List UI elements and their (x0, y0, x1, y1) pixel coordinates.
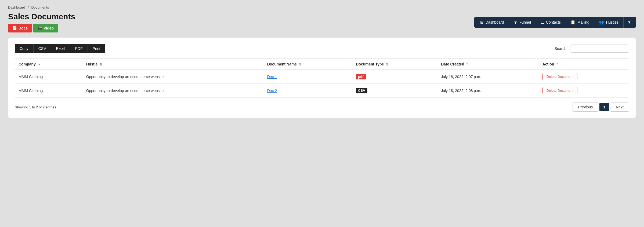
top-nav: ⊞ Dashboard ▼ Funnel ☰ Contacts 📋 Mailin… (474, 17, 636, 28)
col-document-type: Document Type ⇅ (352, 59, 437, 70)
docs-button[interactable]: 📄 Docs (8, 24, 32, 32)
col-action: Action ⇅ (539, 59, 629, 70)
page-wrapper: Dashboard / Documents Sales Documents 📄 … (0, 0, 644, 124)
cell-company-2: MMM Clothing (15, 84, 82, 98)
breadcrumb-separator: / (28, 5, 29, 9)
toolbar-row: Copy CSV Excel PDF Print Search: (15, 44, 629, 53)
funnel-icon: ▼ (513, 20, 518, 25)
doc-type-buttons: 📄 Docs 🎬 Video (8, 24, 75, 32)
breadcrumb: Dashboard / Documents (8, 5, 636, 9)
cell-docname-2: Doc 2 (263, 84, 352, 98)
nav-item-hustles[interactable]: 👥 Hustles (594, 17, 623, 28)
col-document-name: Document Name ⇅ (263, 59, 352, 70)
cell-hustle-1: Opportunity to develop an ecommerce webs… (82, 70, 263, 84)
dashboard-icon: ⊞ (480, 20, 484, 25)
pdf-button[interactable]: PDF (70, 44, 88, 53)
copy-button[interactable]: Copy (15, 44, 34, 53)
search-input[interactable] (570, 45, 629, 53)
nav-item-mailing[interactable]: 📋 Mailing (566, 17, 594, 28)
cell-hustle-2: Opportunity to develop an ecommerce webs… (82, 84, 263, 98)
next-button[interactable]: Next (610, 102, 629, 112)
documents-table: Company ▼ Hustle ⇅ Document Name ⇅ Docum… (15, 58, 629, 98)
footer-row: Showing 1 to 2 of 2 entries Previous 1 N… (15, 102, 629, 112)
cell-doctype-2: CSV (352, 84, 437, 98)
nav-label-funnel: Funnel (519, 20, 531, 24)
csv-button[interactable]: CSV (34, 44, 51, 53)
action-sort-icon[interactable]: ⇅ (556, 63, 559, 66)
docname-sort-icon[interactable]: ⇅ (299, 63, 301, 66)
doc-link-2[interactable]: Doc 2 (267, 89, 277, 93)
search-label: Search: (555, 46, 567, 51)
hustles-icon: 👥 (599, 20, 604, 25)
toolbar-buttons: Copy CSV Excel PDF Print (15, 44, 105, 53)
cell-doctype-1: pdf (352, 70, 437, 84)
search-row: Search: (555, 45, 629, 53)
company-sort-icon[interactable]: ▼ (38, 63, 41, 66)
csv-badge-2: CSV (356, 88, 367, 93)
nav-item-dashboard[interactable]: ⊞ Dashboard (475, 17, 509, 28)
nav-label-mailing: Mailing (577, 20, 589, 24)
cell-action-1: Delete Document (539, 70, 629, 84)
table-header-row: Company ▼ Hustle ⇅ Document Name ⇅ Docum… (15, 59, 629, 70)
pagination: Previous 1 Next (573, 102, 629, 112)
table-row: MMM Clothing Opportunity to develop an e… (15, 70, 629, 84)
table-row: MMM Clothing Opportunity to develop an e… (15, 84, 629, 98)
print-button[interactable]: Print (88, 44, 105, 53)
delete-document-button-2[interactable]: Delete Document (542, 87, 577, 94)
col-date-created: Date Created ⇅ (437, 59, 539, 70)
page-1-button[interactable]: 1 (599, 103, 609, 111)
nav-item-contacts[interactable]: ☰ Contacts (536, 17, 566, 28)
cell-date-1: July 18, 2022, 2:07 p.m. (437, 70, 539, 84)
video-icon: 🎬 (37, 26, 42, 30)
docs-icon: 📄 (12, 26, 17, 30)
delete-document-button-1[interactable]: Delete Document (542, 73, 577, 80)
hustle-sort-icon[interactable]: ⇅ (100, 63, 102, 66)
chevron-down-icon: ▼ (627, 20, 631, 24)
cell-date-2: July 18, 2022, 2:08 p.m. (437, 84, 539, 98)
breadcrumb-current: Documents (31, 5, 49, 9)
title-row: Sales Documents 📄 Docs 🎬 Video ⊞ Dashboa… (8, 12, 636, 32)
nav-label-contacts: Contacts (546, 20, 561, 24)
previous-button[interactable]: Previous (573, 102, 598, 112)
date-sort-icon[interactable]: ⇅ (466, 63, 469, 66)
nav-label-dashboard: Dashboard (486, 20, 504, 24)
nav-dropdown-button[interactable]: ▼ (623, 17, 635, 28)
cell-action-2: Delete Document (539, 84, 629, 98)
mailing-icon: 📋 (570, 20, 576, 25)
col-company: Company ▼ (15, 59, 82, 70)
page-title: Sales Documents (8, 12, 75, 21)
title-left: Sales Documents 📄 Docs 🎬 Video (8, 12, 75, 32)
main-card: Copy CSV Excel PDF Print Search: Company… (8, 37, 636, 118)
video-button[interactable]: 🎬 Video (33, 24, 58, 32)
cell-company-1: MMM Clothing (15, 70, 82, 84)
contacts-icon: ☰ (541, 20, 544, 25)
nav-label-hustles: Hustles (606, 20, 618, 24)
doc-link-1[interactable]: Doc 1 (267, 75, 277, 79)
pdf-badge-1: pdf (356, 74, 366, 79)
doctype-sort-icon[interactable]: ⇅ (386, 63, 388, 66)
breadcrumb-home[interactable]: Dashboard (8, 5, 25, 9)
cell-docname-1: Doc 1 (263, 70, 352, 84)
excel-button[interactable]: Excel (51, 44, 70, 53)
col-hustle: Hustle ⇅ (82, 59, 263, 70)
showing-text: Showing 1 to 2 of 2 entries (15, 105, 56, 109)
nav-item-funnel[interactable]: ▼ Funnel (509, 17, 536, 28)
